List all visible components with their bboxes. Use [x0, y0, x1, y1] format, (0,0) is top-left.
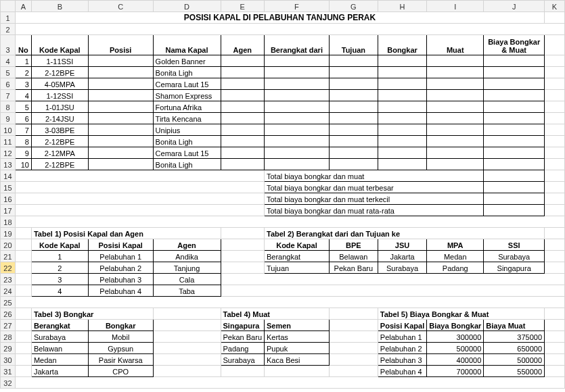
row-1[interactable]: 1 [1, 12, 16, 24]
row-25[interactable]: 25 [1, 297, 16, 308]
row-18[interactable]: 18 [1, 216, 16, 228]
cell[interactable]: 700000 [427, 366, 484, 377]
cell[interactable] [221, 67, 264, 78]
cell[interactable] [378, 55, 426, 67]
cell[interactable]: 1-11SSI [31, 55, 88, 67]
cell[interactable] [329, 78, 378, 90]
cell[interactable]: Fortuna Afrika [153, 101, 221, 113]
cell[interactable]: Pelabuhan 1 [378, 331, 426, 343]
cell[interactable] [265, 67, 330, 78]
cell[interactable] [427, 124, 484, 136]
col-D[interactable]: D [153, 1, 221, 12]
cell[interactable]: Pekan Baru [221, 331, 264, 343]
row-20[interactable]: 20 [1, 239, 16, 251]
cell[interactable] [265, 147, 330, 159]
cell[interactable] [221, 55, 264, 67]
col-K[interactable]: K [545, 1, 565, 12]
cell[interactable] [427, 67, 484, 78]
cell[interactable]: 4 [15, 90, 31, 101]
cell[interactable] [484, 67, 545, 78]
cell[interactable] [221, 113, 264, 124]
row-4[interactable]: 4 [1, 55, 16, 67]
cell[interactable]: Pelabuhan 3 [378, 354, 426, 366]
cell[interactable]: Surabaya [378, 262, 426, 274]
cell[interactable]: 550000 [484, 366, 545, 377]
row-32[interactable]: 32 [1, 377, 16, 389]
row-8[interactable]: 8 [1, 101, 16, 113]
cell[interactable]: Cemara Laut 15 [153, 78, 221, 90]
cell[interactable] [88, 55, 153, 67]
cell[interactable] [484, 182, 545, 193]
cell[interactable]: Cala [153, 274, 221, 285]
cell[interactable] [221, 90, 264, 101]
cell[interactable]: Kertas [265, 331, 330, 343]
cell[interactable] [329, 136, 378, 147]
cell[interactable]: Singapura [221, 320, 264, 331]
row-12[interactable]: 12 [1, 147, 16, 159]
cell[interactable] [88, 159, 153, 170]
cell[interactable]: Surabaya [484, 251, 545, 262]
cell[interactable] [484, 90, 545, 101]
cell[interactable]: Golden Banner [153, 55, 221, 67]
cell[interactable]: Unipius [153, 124, 221, 136]
cell[interactable]: Bonita Ligh [153, 159, 221, 170]
cell[interactable] [265, 55, 330, 67]
cell[interactable]: 3-03BPE [31, 124, 88, 136]
cell[interactable] [329, 113, 378, 124]
cell[interactable] [88, 136, 153, 147]
cell[interactable]: Tujuan [265, 262, 330, 274]
cell[interactable] [265, 159, 330, 170]
cell[interactable] [484, 113, 545, 124]
row-29[interactable]: 29 [1, 343, 16, 354]
cell[interactable]: Pekan Baru [329, 262, 378, 274]
cell[interactable] [427, 136, 484, 147]
cell[interactable]: 6 [15, 113, 31, 124]
cell[interactable] [221, 124, 264, 136]
cell[interactable] [329, 67, 378, 78]
cell[interactable]: 2-14JSU [31, 113, 88, 124]
row-24[interactable]: 24 [1, 285, 16, 297]
cell[interactable] [88, 67, 153, 78]
cell[interactable]: Pelabuhan 1 [88, 251, 153, 262]
cell[interactable]: Medan [427, 251, 484, 262]
cell[interactable]: Surabaya [31, 331, 88, 343]
row-23[interactable]: 23 [1, 274, 16, 285]
cell[interactable]: 1 [15, 55, 31, 67]
cell[interactable] [427, 147, 484, 159]
cell[interactable]: Pelabuhan 4 [88, 285, 153, 297]
cell[interactable] [265, 90, 330, 101]
cell[interactable] [484, 159, 545, 170]
cell[interactable]: 7 [15, 124, 31, 136]
cell[interactable] [221, 136, 264, 147]
cell[interactable] [484, 147, 545, 159]
cell[interactable]: 300000 [427, 331, 484, 343]
cell[interactable]: Pupuk [265, 343, 330, 354]
cell[interactable]: 650000 [484, 343, 545, 354]
cell[interactable]: 500000 [427, 343, 484, 354]
row-15[interactable]: 15 [1, 182, 16, 193]
cell[interactable]: Pelabuhan 2 [88, 262, 153, 274]
col-H[interactable]: H [378, 1, 426, 12]
cell[interactable]: Pasir Kwarsa [88, 354, 153, 366]
cell[interactable]: Bonita Ligh [153, 67, 221, 78]
cell[interactable] [484, 78, 545, 90]
cell[interactable]: 2 [31, 262, 88, 274]
cell[interactable]: Mobil [88, 331, 153, 343]
cell[interactable]: CPO [88, 366, 153, 377]
cell[interactable]: Shamon Express [153, 90, 221, 101]
cell[interactable] [265, 113, 330, 124]
cell[interactable]: 3 [31, 274, 88, 285]
cell[interactable]: Semen [265, 320, 330, 331]
row-3[interactable]: 3 [1, 35, 16, 55]
col-F[interactable]: F [265, 1, 330, 12]
cell[interactable]: Pelabuhan 4 [378, 366, 426, 377]
row-17[interactable]: 17 [1, 205, 16, 216]
row-21[interactable]: 21 [1, 251, 16, 262]
row-16[interactable]: 16 [1, 193, 16, 205]
cell[interactable] [329, 124, 378, 136]
cell[interactable] [427, 90, 484, 101]
cell[interactable]: 500000 [484, 354, 545, 366]
cell[interactable] [378, 124, 426, 136]
row-2[interactable]: 2 [1, 24, 16, 35]
cell[interactable] [427, 101, 484, 113]
